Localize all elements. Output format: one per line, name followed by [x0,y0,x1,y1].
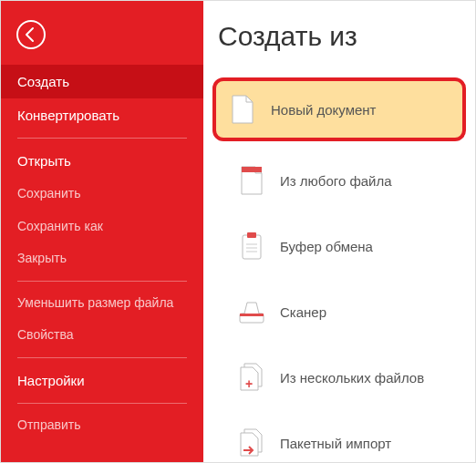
option-batch-import[interactable]: Пакетный импорт [212,417,466,462]
option-label: Новый документ [271,102,376,118]
sidebar-item-label: Свойства [17,327,73,342]
sidebar-item-label: Конвертировать [17,108,119,123]
sidebar-item-label: Сохранить как [17,219,103,233]
svg-rect-1 [242,167,262,172]
option-new-document[interactable]: Новый документ [212,77,466,141]
sidebar-item-label: Сохранить [17,186,81,201]
scanner-icon [238,296,265,327]
back-arrow-icon [16,19,47,50]
back-button[interactable] [14,17,48,52]
option-any-file[interactable]: Из любого файла [212,154,466,207]
sidebar-item-save[interactable]: Сохранить [1,178,203,211]
sidebar-item-label: Настройки [17,373,85,388]
sidebar-item-open[interactable]: Открыть [1,144,203,178]
option-clipboard[interactable]: Буфер обмена [212,220,466,273]
option-label: Из нескольких файлов [280,370,424,386]
svg-rect-2 [243,235,261,259]
svg-text:+: + [245,376,253,391]
multi-file-icon: + [238,362,265,393]
create-options: Новый документ Из любого файла Буфер обм… [212,77,466,462]
app-shell: Создать Конвертировать Открыть Сохранить… [0,0,476,463]
option-label: Пакетный импорт [280,436,391,451]
clipboard-icon [238,231,265,262]
sidebar: Создать Конвертировать Открыть Сохранить… [1,1,203,462]
batch-import-icon [238,427,265,458]
sidebar-item-label: Уменьшить размер файла [17,295,173,310]
sidebar-divider [17,138,187,139]
sidebar-item-save-as[interactable]: Сохранить как [1,211,203,243]
sidebar-item-create[interactable]: Создать [1,65,203,98]
page-title: Создать из [218,21,466,52]
sidebar-item-label: Создать [17,74,69,89]
sidebar-item-label: Открыть [17,153,71,169]
sidebar-item-properties[interactable]: Свойства [1,319,203,352]
sidebar-item-close[interactable]: Закрыть [1,242,203,275]
sidebar-item-convert[interactable]: Конвертировать [1,98,203,132]
sidebar-divider [17,403,187,404]
sidebar-item-label: Закрыть [17,251,67,265]
sidebar-item-label: Отправить [17,417,80,432]
svg-rect-3 [247,232,256,238]
svg-point-0 [17,21,45,48]
option-label: Из любого файла [280,173,392,189]
option-scanner[interactable]: Сканер [212,285,466,338]
sidebar-divider [17,281,187,282]
svg-rect-8 [240,314,264,316]
sidebar-divider [17,357,187,358]
sidebar-item-reduce-size[interactable]: Уменьшить размер файла [1,287,203,320]
any-file-icon [238,165,265,196]
blank-doc-icon [229,94,256,125]
option-multi-file[interactable]: + Из нескольких файлов [212,351,466,404]
main-panel: Создать из Новый документ Из любого файл… [203,1,475,462]
sidebar-menu: Создать Конвертировать Открыть Сохранить… [1,65,203,442]
sidebar-item-settings[interactable]: Настройки [1,364,203,397]
option-label: Сканер [280,304,326,320]
sidebar-item-send[interactable]: Отправить [1,409,203,442]
option-label: Буфер обмена [280,239,373,254]
